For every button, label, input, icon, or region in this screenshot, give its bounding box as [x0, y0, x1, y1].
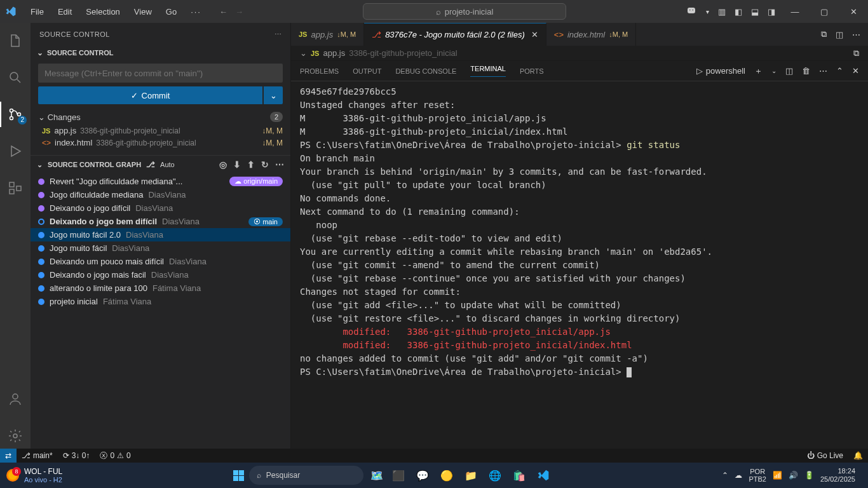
terminal-dropdown-icon[interactable]: ⌄ [771, 67, 776, 74]
command-center[interactable]: ⌕ projeto-inicial [243, 3, 686, 20]
panel-close-icon[interactable]: ✕ [852, 66, 859, 76]
new-terminal-icon[interactable]: ＋ [754, 65, 763, 77]
tray-wifi-icon[interactable]: 📶 [773, 471, 782, 480]
panel-tab-terminal[interactable]: TERMINAL [470, 65, 506, 77]
status-go-live[interactable]: ⏻ Go Live [802, 451, 848, 460]
graph-tool-refresh-icon[interactable]: ↻ [261, 159, 269, 170]
window-maximize[interactable]: ▢ [810, 7, 839, 17]
graph-tool-more-icon[interactable]: ⋯ [275, 159, 284, 170]
activity-run-debug-icon[interactable] [0, 139, 31, 164]
editor-more-icon[interactable]: ⋯ [852, 30, 860, 39]
chevron-down-icon[interactable]: ▾ [706, 8, 709, 15]
activity-extensions-icon[interactable] [0, 175, 31, 201]
menu-selection[interactable]: Selection [79, 4, 126, 19]
layout-customize-icon[interactable]: ▥ [718, 7, 726, 17]
graph-commit-row[interactable]: Jogo dificuldade mediana DiasViana [31, 188, 290, 201]
activity-source-control-icon[interactable]: 2 [0, 102, 31, 127]
status-problems[interactable]: ⓧ 0 ⚠ 0 [95, 451, 135, 461]
breadcrumb[interactable]: ⌄ JS app.js 3386-git-github-projeto_inic… [291, 46, 868, 61]
taskbar-explorer-icon[interactable]: 📁 [463, 467, 479, 484]
more-actions-icon[interactable]: ⋯ [275, 30, 282, 39]
taskbar-store-icon[interactable]: 🛍️ [511, 467, 527, 484]
open-changes-icon[interactable]: ⧉ [853, 48, 859, 58]
taskbar-search[interactable]: ⌕ Pesquisar [249, 466, 363, 485]
graph-tool-pull-icon[interactable]: ⬇ [233, 159, 241, 170]
graph-commit-row[interactable]: projeto inicial Fátima Viana [31, 295, 290, 308]
panel-maximize-icon[interactable]: ⌃ [836, 66, 843, 76]
taskbar-edge-icon[interactable]: 🌐 [487, 467, 503, 484]
taskbar-taskview-icon[interactable]: ⬛ [390, 467, 407, 484]
remote-indicator[interactable]: ⇄ [0, 449, 17, 463]
commit-dropdown[interactable]: ⌄ [264, 86, 283, 104]
tray-chevron-icon[interactable]: ⌃ [722, 471, 728, 480]
tray-battery-icon[interactable]: 🔋 [804, 471, 814, 480]
menu-more[interactable]: ··· [184, 4, 208, 19]
taskbar-weather[interactable]: 8 WOL - FUL Ao vivo - H2 [0, 467, 69, 484]
menu-go[interactable]: Go [159, 4, 183, 19]
graph-commit-row[interactable]: Deixando o jogo mais facil DiasViana [31, 268, 290, 281]
changes-header[interactable]: ⌄ Changes 2 [31, 109, 290, 125]
kill-terminal-icon[interactable]: 🗑 [802, 66, 810, 76]
panel-tab-problems[interactable]: PROBLEMS [300, 67, 339, 75]
status-notifications-icon[interactable]: 🔔 [848, 451, 868, 460]
graph-commit-row[interactable]: alterando o limite para 100 Fátima Viana [31, 281, 290, 295]
activity-search-icon[interactable] [0, 65, 31, 90]
graph-commit-row[interactable]: Deixando um pouco mais difícil DiasViana [31, 255, 290, 268]
editor-tab[interactable]: ⎇8376c7e - Jogo muito fácil 2.0 (2 files… [364, 23, 546, 46]
tray-volume-icon[interactable]: 🔊 [789, 471, 798, 480]
scm-section-header[interactable]: ⌄ SOURCE CONTROL [31, 46, 290, 60]
taskbar-copilot-icon[interactable]: 🟡 [438, 467, 455, 484]
tab-label: index.html [567, 30, 605, 39]
scm-file-row[interactable]: JSapp.js3386-git-github-projeto_inicial↓… [31, 125, 290, 137]
graph-tool-target-icon[interactable]: ◎ [219, 159, 227, 170]
split-terminal-icon[interactable]: ◫ [785, 66, 793, 76]
graph-commit-row[interactable]: Revert "Jogo dificuldade mediana"... ☁ o… [31, 175, 290, 188]
taskbar-widget-icon[interactable]: 🗺️ [369, 467, 385, 484]
split-editor-icon[interactable]: ◫ [836, 30, 843, 39]
scm-file-row[interactable]: <>index.html3386-git-github-projeto_inic… [31, 137, 290, 149]
commit-button[interactable]: ✓ Commit [38, 86, 262, 104]
terminal[interactable]: 6945e67fde2976bcc5Unstaged changes after… [291, 81, 868, 449]
tab-close-icon[interactable]: ✕ [531, 30, 538, 39]
commit-label: Commit [142, 91, 170, 100]
nav-back-icon[interactable]: ← [219, 7, 227, 17]
menu-edit[interactable]: Edit [51, 4, 78, 19]
panel-tab-debug[interactable]: DEBUG CONSOLE [395, 67, 456, 75]
terminal-profile[interactable]: ▷ powershell [696, 66, 745, 76]
panel-tab-ports[interactable]: PORTS [520, 67, 544, 75]
layout-panel-right-icon[interactable]: ◨ [768, 7, 775, 17]
menu-file[interactable]: File [24, 4, 50, 19]
graph-commit-row[interactable]: Deixando o jogo bem difícil DiasViana⦿ m… [31, 215, 290, 228]
graph-commit-row[interactable]: Deixando o jogo difícil DiasViana [31, 201, 290, 215]
status-branch[interactable]: ⎇ main* [17, 451, 58, 460]
graph-commit-row[interactable]: Jogo muito fácil DiasViana [31, 241, 290, 255]
copilot-icon[interactable] [686, 6, 697, 17]
graph-tool-push-icon[interactable]: ⬆ [247, 159, 255, 170]
taskbar-chat-icon[interactable]: 💬 [414, 467, 431, 484]
layout-panel-bottom-icon[interactable]: ⬓ [751, 7, 759, 17]
graph-commit-row[interactable]: Jogo muito fácil 2.0 DiasViana [31, 228, 290, 241]
status-sync[interactable]: ⟳ 3↓ 0↑ [58, 451, 95, 460]
activity-accounts-icon[interactable] [0, 386, 31, 412]
activity-explorer-icon[interactable] [0, 28, 31, 53]
editor-tab[interactable]: JSapp.js↓M, M [291, 23, 364, 46]
start-button[interactable] [233, 470, 244, 481]
window-close[interactable]: ✕ [839, 7, 868, 17]
nav-forward-icon[interactable]: → [235, 7, 243, 17]
tray-onedrive-icon[interactable]: ☁ [735, 471, 742, 480]
commit-message-input[interactable] [38, 64, 283, 83]
commit-dot [38, 299, 44, 305]
taskbar-vscode-icon[interactable] [535, 467, 552, 484]
terminal-more-icon[interactable]: ⋯ [819, 66, 827, 76]
editor-tab[interactable]: <>index.html↓M, M [546, 23, 636, 46]
tray-clock[interactable]: 18:24 25/02/2025 [820, 467, 862, 484]
system-tray[interactable]: ⌃ ☁ POR PTB2 📶 🔊 🔋 18:24 25/02/2025 [715, 467, 868, 484]
scm-graph-header[interactable]: ⌄ SOURCE CONTROL GRAPH ⎇ Auto ◎ ⬇ ⬆ ↻ ⋯ [31, 155, 290, 173]
panel-tab-output[interactable]: OUTPUT [353, 67, 381, 75]
activity-settings-icon[interactable] [0, 423, 31, 449]
menu-view[interactable]: View [128, 4, 158, 19]
compare-icon[interactable]: ⧉ [821, 29, 827, 39]
layout-panel-left-icon[interactable]: ◧ [735, 7, 742, 17]
window-minimize[interactable]: — [780, 7, 810, 17]
commit-author: DiasViana [126, 230, 163, 240]
